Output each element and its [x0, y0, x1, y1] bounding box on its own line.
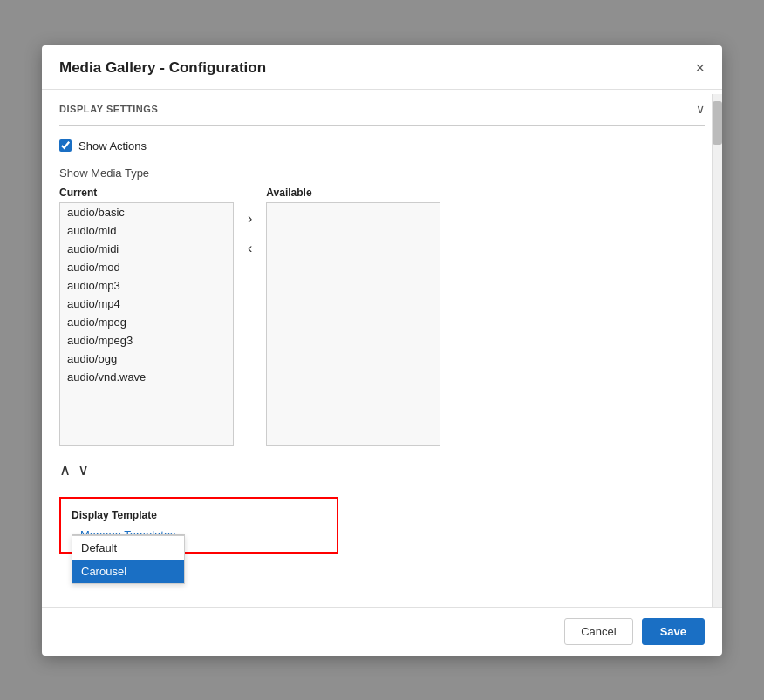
display-settings-section-header: DISPLAY SETTINGS ∨ [59, 90, 705, 126]
sort-up-button[interactable]: ∧ [59, 460, 71, 479]
modal-scrollbar[interactable] [712, 94, 722, 607]
close-button[interactable]: × [695, 60, 705, 76]
scrollbar-thumb [713, 101, 722, 145]
chevron-down-icon[interactable]: ∨ [696, 102, 705, 116]
current-list-section: Current audio/basic audio/mid audio/midi… [59, 187, 234, 446]
list-item[interactable]: audio/mpeg [60, 313, 233, 331]
modal-body: DISPLAY SETTINGS ∨ Show Actions Show Med… [42, 90, 722, 607]
template-dropdown-menu: Default Carousel [72, 535, 185, 584]
lists-container: Current audio/basic audio/mid audio/midi… [59, 187, 705, 446]
list-item[interactable]: audio/basic [60, 203, 233, 221]
available-list-box[interactable] [266, 202, 440, 446]
modal-header: Media Gallery - Configuration × [42, 45, 722, 90]
list-item[interactable]: audio/midi [60, 240, 233, 258]
modal-footer: Cancel Save [42, 607, 722, 656]
modal-overlay: Media Gallery - Configuration × DISPLAY … [0, 0, 764, 700]
current-list-box[interactable]: audio/basic audio/mid audio/midi audio/m… [59, 202, 234, 446]
list-item[interactable]: audio/mp4 [60, 295, 233, 313]
show-media-type-label: Show Media Type [59, 167, 705, 180]
sort-arrows: ∧ ∨ [59, 460, 705, 479]
section-title: DISPLAY SETTINGS [59, 104, 158, 114]
transfer-arrows: › ‹ [234, 207, 266, 260]
list-item[interactable]: audio/vnd.wave [60, 368, 233, 386]
available-list-section: Available [266, 187, 440, 446]
move-right-button[interactable]: › [244, 207, 256, 230]
show-actions-row: Show Actions [59, 139, 705, 153]
show-actions-label: Show Actions [78, 139, 147, 153]
template-row: Default Carousel Default ⬧ Defau [72, 528, 326, 541]
list-item[interactable]: audio/mpeg3 [60, 331, 233, 350]
list-item[interactable]: audio/mid [60, 221, 233, 240]
list-item[interactable]: audio/ogg [60, 350, 233, 368]
dropdown-item-default[interactable]: Default [72, 536, 184, 560]
dropdown-item-carousel[interactable]: Carousel [72, 560, 184, 583]
list-item[interactable]: audio/mod [60, 258, 233, 276]
modal: Media Gallery - Configuration × DISPLAY … [42, 45, 722, 656]
current-list-label: Current [59, 187, 234, 199]
sort-down-button[interactable]: ∨ [78, 460, 89, 479]
display-template-box: Display Template Default Carousel Defaul… [59, 497, 338, 554]
save-button[interactable]: Save [642, 618, 705, 645]
show-actions-checkbox[interactable] [59, 139, 72, 152]
modal-title: Media Gallery - Configuration [59, 59, 266, 77]
available-list-label: Available [266, 187, 440, 199]
list-item[interactable]: audio/mp3 [60, 276, 233, 295]
cancel-button[interactable]: Cancel [564, 618, 632, 645]
move-left-button[interactable]: ‹ [244, 237, 256, 260]
display-template-label: Display Template [72, 509, 326, 521]
